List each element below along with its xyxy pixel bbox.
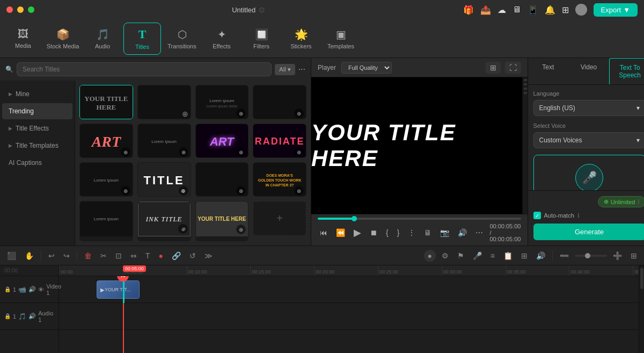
title-card-ink[interactable]: INK TITLE ⊕ xyxy=(137,201,191,241)
title-card-yourtitle[interactable]: YOUR TITLE HERE ⊕ xyxy=(195,201,249,241)
automatch-checkbox[interactable]: ✓ xyxy=(533,212,541,219)
filter-button[interactable]: All ▾ xyxy=(275,64,295,75)
settings-button[interactable]: ⚙ xyxy=(439,250,451,262)
toolbar-effects[interactable]: ✦ Effects xyxy=(203,23,240,55)
title-card-art26[interactable]: ART ⊕ Art Title 26 xyxy=(79,124,133,158)
voice-clone-icon[interactable]: 🎤 xyxy=(575,164,603,190)
timeline-scroll-thumb[interactable] xyxy=(640,268,643,289)
hand-tool[interactable]: ✋ xyxy=(22,250,36,262)
share-icon[interactable]: 📤 xyxy=(480,5,491,15)
volume-button[interactable]: 🔊 xyxy=(456,227,469,238)
sidebar-item-mine[interactable]: ▶ Mine xyxy=(2,86,72,102)
voice-dropdown[interactable]: Custom Voices ▾ xyxy=(533,132,645,148)
tab-video[interactable]: Video xyxy=(568,58,609,84)
transform-button[interactable]: ⇔ xyxy=(128,250,140,262)
tab-tts[interactable]: Text To Speech xyxy=(609,58,644,84)
title-card-title29[interactable]: Lorem Ipsum ⊕ Title 29 xyxy=(137,124,191,158)
close-button[interactable] xyxy=(6,6,13,13)
sidebar-item-trending[interactable]: Trending xyxy=(2,103,72,119)
search-input[interactable] xyxy=(17,62,272,76)
title-card-lorem3[interactable]: Lorem ipsum xyxy=(79,201,133,241)
monitor-button[interactable]: 🖥 xyxy=(422,227,434,238)
split-button[interactable]: ⋮ xyxy=(406,227,418,238)
crop-button[interactable]: ⊡ xyxy=(113,250,125,262)
stop-button[interactable]: ⏹ xyxy=(368,227,379,238)
zoom-thumb[interactable] xyxy=(585,253,590,258)
bell-icon[interactable]: 🔔 xyxy=(545,5,555,15)
title-card-basic6[interactable]: Lorem ipsum Lorem ipsum dolor ⊕ Basic 6 xyxy=(195,85,249,119)
link-button[interactable]: 🔗 xyxy=(169,250,184,262)
text-tool[interactable]: T xyxy=(143,250,153,262)
cloud-icon[interactable]: ☁ xyxy=(497,5,506,15)
fullscreen-button[interactable]: ⛶ xyxy=(505,62,521,74)
toolbar-audio[interactable]: 🎵 Audio xyxy=(84,23,121,55)
redo-button[interactable]: ↪ xyxy=(61,250,72,262)
cut-button[interactable]: ✂ xyxy=(98,250,109,262)
gift-icon[interactable]: 🎁 xyxy=(463,5,474,15)
progress-track[interactable] xyxy=(318,218,521,220)
add-more-button[interactable]: + xyxy=(253,201,306,236)
dot-button[interactable]: ● xyxy=(156,250,166,262)
plus-icon: + xyxy=(276,212,283,225)
step-back-button[interactable]: ⏪ xyxy=(334,227,347,238)
bracket-end-button[interactable]: } xyxy=(395,227,402,238)
unlimited-pill[interactable]: ⊕ Unlimited ℹ xyxy=(598,196,644,207)
toolbar-transitions[interactable]: ⬡ Transitions xyxy=(163,23,201,55)
play-button[interactable]: ▶ xyxy=(352,226,363,240)
maximize-button[interactable] xyxy=(28,6,34,13)
markers-button[interactable]: 📋 xyxy=(501,250,515,262)
minimize-button[interactable] xyxy=(17,6,24,13)
sidebar-item-templates[interactable]: ▶ Title Templates xyxy=(2,138,72,154)
toolbar-media[interactable]: 🖼 Media xyxy=(4,23,42,55)
progress-thumb[interactable] xyxy=(352,216,357,221)
toolbar-titles[interactable]: T Titles xyxy=(123,23,161,55)
delete-button[interactable]: 🗑 xyxy=(82,250,94,262)
language-dropdown[interactable]: English (US) ▾ xyxy=(533,100,645,116)
title-card-bigtitle[interactable]: TITLE ⊕ Big Title Pack T... xyxy=(137,162,191,197)
mic-button[interactable]: 🎤 xyxy=(470,250,485,262)
toolbar-templates[interactable]: ▣ Templates xyxy=(322,23,360,55)
caption-button[interactable]: ≡ xyxy=(488,250,497,262)
monitor-icon[interactable]: 🖥 xyxy=(513,5,521,15)
title-card-gameui[interactable]: DOES MORA'S GOLDEN TOUCH WORK IN CHAPTER… xyxy=(253,162,306,197)
title-card-basic1[interactable]: ⊕ Basic 1 xyxy=(137,85,191,119)
zoom-slider[interactable] xyxy=(575,255,607,257)
speaker-button[interactable]: 🔊 xyxy=(533,250,548,262)
video-clip[interactable]: ▶ YOUR TIT... xyxy=(97,280,140,299)
title-card-subtitle1[interactable]: Lorem ipsum ⊕ Subtitle 1 xyxy=(79,162,133,197)
loop-button[interactable]: ↺ xyxy=(187,250,199,262)
sidebar-item-effects[interactable]: ▶ Title Effects xyxy=(2,120,72,136)
toolbar-stock-media[interactable]: 📦 Stock Media xyxy=(44,23,82,55)
progress-bar[interactable] xyxy=(318,218,521,220)
undo-button[interactable]: ↩ xyxy=(46,250,57,262)
avatar[interactable] xyxy=(575,4,587,16)
snapshot-button[interactable]: 📷 xyxy=(438,227,451,238)
bracket-start-button[interactable]: { xyxy=(384,227,391,238)
record-button[interactable]: ● xyxy=(424,250,436,262)
title-card-neon09[interactable]: ART ⊕ Neon Title 09 xyxy=(195,124,249,158)
rewind-button[interactable]: ⏮ xyxy=(318,227,330,238)
grid-view-button[interactable]: ⊞ xyxy=(486,62,501,74)
flag-button[interactable]: ⚑ xyxy=(455,250,467,262)
more-btn2[interactable]: ≫ xyxy=(202,250,215,262)
export-button[interactable]: Export ▼ xyxy=(594,3,638,17)
sidebar-item-ai-captions[interactable]: AI Captions xyxy=(2,155,72,171)
generate-button[interactable]: Generate xyxy=(533,224,645,240)
more-options-button[interactable]: ··· xyxy=(298,64,305,74)
toolbar-stickers[interactable]: 🌟 Stickers xyxy=(282,23,320,55)
tab-text[interactable]: Text xyxy=(528,58,569,84)
title-card-subtitle2[interactable]: ⊕ Subtitle 2 xyxy=(253,85,306,119)
toolbar-filters[interactable]: 🔲 Filters xyxy=(243,23,280,55)
split-tool[interactable]: ⬛ xyxy=(4,250,19,262)
layout-button[interactable]: ⊞ xyxy=(518,250,530,262)
zoom-out-button[interactable]: ➖ xyxy=(557,250,572,262)
more-button[interactable]: ⋯ xyxy=(473,227,485,238)
title-card-subtitle4[interactable]: ⊕ Subtitle 4 xyxy=(195,162,249,197)
title-card-glow1[interactable]: RADIATE ⊕ Glow Title 1 xyxy=(253,124,306,158)
title-card-default[interactable]: YOUR TITLE HERE Default Title xyxy=(79,85,133,119)
quality-select[interactable]: Full Quality xyxy=(341,62,392,74)
zoom-in-button[interactable]: ➕ xyxy=(610,250,625,262)
grid-options[interactable]: ⊞ xyxy=(628,250,640,262)
phone-icon[interactable]: 📱 xyxy=(528,5,538,15)
grid-icon[interactable]: ⊞ xyxy=(562,5,569,15)
